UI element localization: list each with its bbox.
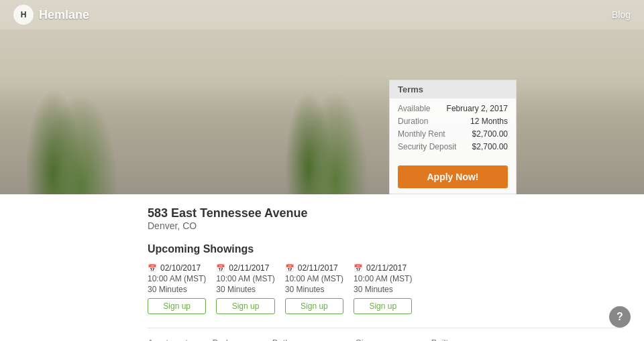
calendar-icon-1: 📅	[216, 264, 225, 273]
terms-duration-label: Duration	[398, 117, 428, 126]
main-content-area: 583 East Tennessee Avenue Denver, CO Upc…	[0, 194, 644, 341]
logo: H Hemlane	[13, 5, 89, 25]
terms-available-value: February 2, 2017	[447, 104, 508, 113]
calendar-icon-0: 📅	[148, 264, 157, 273]
terms-header: Terms	[390, 80, 516, 98]
terms-row-available: Available February 2, 2017	[398, 104, 508, 113]
terms-deposit-label: Security Deposit	[398, 142, 456, 151]
property-street: 583 East Tennessee Avenue	[148, 206, 624, 220]
divider-1	[148, 328, 624, 328]
signup-button-2[interactable]: Sign up	[285, 298, 343, 314]
showing-date-3: 📅 02/11/2017	[354, 263, 412, 273]
showing-item-0: 📅 02/10/2017 10:00 AM (MST) 30 Minutes S…	[148, 263, 206, 314]
terms-row-deposit: Security Deposit $2,700.00	[398, 142, 508, 151]
help-button[interactable]: ?	[609, 306, 631, 328]
blog-link[interactable]: Blog	[612, 9, 631, 20]
terms-available-label: Available	[398, 104, 430, 113]
built-label: Built	[431, 338, 455, 341]
detail-built: Built 2006	[431, 338, 455, 341]
site-header: H Hemlane Blog	[0, 0, 644, 29]
property-details: Apartments 4plex Bedrooms 2 Baths 2 Full…	[148, 338, 624, 341]
showings-title: Upcoming Showings	[148, 243, 624, 255]
signup-button-0[interactable]: Sign up	[148, 298, 206, 314]
property-city: Denver, CO	[148, 220, 624, 231]
detail-size: Size 1600 Sq. Ft	[356, 338, 411, 341]
terms-rent-label: Monthly Rent	[398, 129, 445, 139]
apply-now-button[interactable]: Apply Now!	[398, 165, 508, 188]
showings-section: Upcoming Showings 📅 02/10/2017 10:00 AM …	[148, 243, 624, 314]
detail-baths: Baths 2 Full / 1 Half	[272, 338, 335, 341]
property-main: 583 East Tennessee Avenue Denver, CO Upc…	[0, 194, 644, 341]
showing-date-1: 📅 02/11/2017	[216, 263, 274, 273]
terms-rent-value: $2,700.00	[472, 129, 508, 139]
terms-row-duration: Duration 12 Months	[398, 117, 508, 126]
calendar-icon-2: 📅	[285, 264, 294, 273]
showing-item-3: 📅 02/11/2017 10:00 AM (MST) 30 Minutes S…	[354, 263, 412, 314]
showing-date-2: 📅 02/11/2017	[285, 263, 343, 273]
size-label: Size	[356, 338, 411, 341]
detail-type: Apartments 4plex	[148, 338, 192, 341]
logo-icon: H	[13, 5, 34, 25]
showing-item-2: 📅 02/11/2017 10:00 AM (MST) 30 Minutes S…	[285, 263, 343, 314]
signup-button-1[interactable]: Sign up	[216, 298, 274, 314]
terms-panel: Terms Available February 2, 2017 Duratio…	[389, 80, 517, 194]
logo-text: Hemlane	[39, 8, 89, 22]
bedrooms-label: Bedrooms	[212, 338, 252, 341]
baths-label: Baths	[272, 338, 335, 341]
terms-duration-value: 12 Months	[470, 117, 508, 126]
signup-button-3[interactable]: Sign up	[354, 298, 412, 314]
calendar-icon-3: 📅	[354, 264, 363, 273]
terms-deposit-value: $2,700.00	[472, 142, 508, 151]
showings-grid: 📅 02/10/2017 10:00 AM (MST) 30 Minutes S…	[148, 263, 624, 314]
detail-bedrooms: Bedrooms 2	[212, 338, 252, 341]
showing-date-0: 📅 02/10/2017	[148, 263, 206, 273]
terms-body: Available February 2, 2017 Duration 12 M…	[390, 98, 516, 160]
terms-row-rent: Monthly Rent $2,700.00	[398, 129, 508, 139]
showing-item-1: 📅 02/11/2017 10:00 AM (MST) 30 Minutes S…	[216, 263, 274, 314]
type-label: Apartments	[148, 338, 192, 341]
property-address: 583 East Tennessee Avenue Denver, CO	[148, 206, 624, 231]
